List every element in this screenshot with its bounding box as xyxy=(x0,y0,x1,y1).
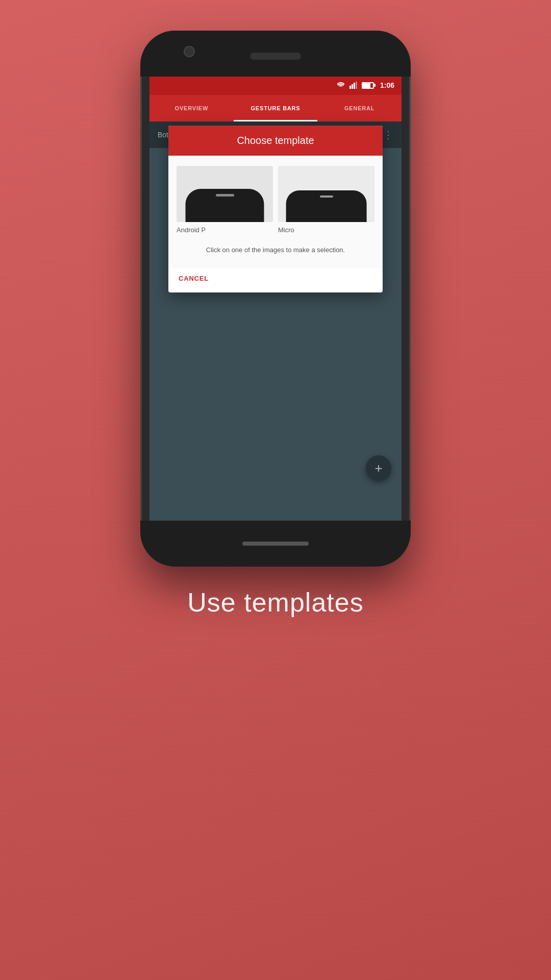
phone-screen: 1:06 OVERVIEW GESTURE BARS GENERAL xyxy=(149,76,402,522)
phone-body: 1:06 OVERVIEW GESTURE BARS GENERAL xyxy=(140,31,411,567)
dialog-instruction: Click on one of the images to make a sel… xyxy=(177,241,374,263)
micro-label: Micro xyxy=(278,226,374,234)
svg-rect-3 xyxy=(356,82,357,89)
tab-general[interactable]: GENERAL xyxy=(317,95,402,121)
dialog-overlay: Choose template xyxy=(149,121,402,522)
phone-top-bezel xyxy=(140,31,411,77)
tab-overview[interactable]: OVERVIEW xyxy=(149,95,234,121)
wifi-icon xyxy=(336,82,345,89)
status-time: 1:06 xyxy=(380,81,394,89)
phone-speaker xyxy=(250,53,301,60)
front-camera xyxy=(184,46,195,57)
battery-icon xyxy=(362,82,374,89)
cancel-button[interactable]: CANCEL xyxy=(177,271,211,286)
svg-rect-0 xyxy=(349,86,351,89)
app-tabs: OVERVIEW GESTURE BARS GENERAL xyxy=(149,95,402,121)
caption-text: Use templates xyxy=(187,587,363,617)
svg-rect-1 xyxy=(352,84,353,89)
signal-icon xyxy=(349,82,358,89)
tab-gesture-bars[interactable]: GESTURE BARS xyxy=(234,95,318,121)
android-p-label: Android P xyxy=(177,226,273,234)
battery-fill xyxy=(363,83,370,88)
status-icons: 1:06 xyxy=(336,81,394,89)
status-bar: 1:06 xyxy=(149,76,402,95)
phone-bottom-bezel xyxy=(140,521,411,567)
dialog-title: Choose template xyxy=(237,135,314,146)
micro-template[interactable]: Micro xyxy=(278,166,374,234)
phone-mockup: 1:06 OVERVIEW GESTURE BARS GENERAL xyxy=(140,31,411,567)
screen-content: Bottom bar ⋮ Choose template xyxy=(149,121,402,522)
choose-template-dialog: Choose template xyxy=(168,126,383,292)
android-p-template[interactable]: Android P xyxy=(177,166,273,234)
svg-rect-2 xyxy=(354,83,355,89)
page-caption: Use templates xyxy=(187,587,363,618)
dialog-header: Choose template xyxy=(168,126,383,156)
dialog-body: Android P xyxy=(168,156,383,268)
home-bar xyxy=(242,542,309,546)
dialog-actions: CANCEL xyxy=(168,268,383,292)
